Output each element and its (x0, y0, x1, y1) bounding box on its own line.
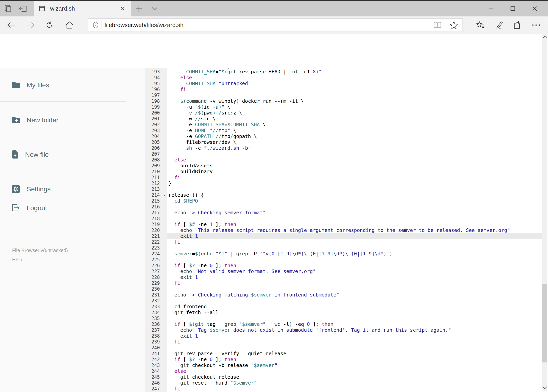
forward-button[interactable] (22, 16, 40, 34)
site-info-icon[interactable] (92, 21, 100, 29)
code-line[interactable]: git fetch --all (167, 310, 542, 315)
browser-tab[interactable]: wizard.sh (34, 1, 131, 16)
code-line[interactable]: git reset --hard "$semver" (167, 380, 542, 386)
tab-bar: wizard.sh (0, 0, 548, 16)
code-line[interactable]: fi (167, 386, 542, 392)
code-line[interactable]: if [ $? -ne 0 ]; then (167, 263, 542, 268)
refresh-button[interactable] (41, 16, 58, 34)
code-line[interactable]: git rev-parse --verify --quiet release (167, 351, 542, 357)
code-line[interactable] (167, 315, 542, 321)
code-line[interactable] (167, 216, 542, 222)
code-line[interactable]: -e HOME="//tmp" \ (167, 128, 542, 133)
code-line[interactable]: cd $REPO (167, 198, 542, 204)
code-line[interactable]: } (167, 181, 542, 186)
gutter-line-number: 194 (145, 75, 167, 81)
code-line[interactable]: fi (167, 339, 542, 345)
code-line[interactable]: filebrowser/dev \ (167, 139, 542, 145)
minimize-button[interactable] (480, 1, 502, 16)
code-line[interactable]: else (167, 75, 542, 81)
page-scrollbar[interactable] (542, 34, 547, 391)
code-line[interactable]: else (167, 157, 542, 163)
code-line[interactable] (167, 186, 542, 192)
gutter-line-number: 217 (145, 210, 167, 216)
code-line[interactable]: fi (167, 239, 542, 245)
url-field[interactable]: filebrowser.web/files/wizard.sh (88, 18, 463, 32)
code-line[interactable]: COMMIT_SHA="$(git rev-parse HEAD | cut -… (167, 69, 542, 75)
code-line[interactable] (167, 204, 542, 210)
code-line[interactable]: COMMIT_SHA="untracked" (167, 81, 542, 86)
code-line[interactable]: $(command -v winpty) docker run --rm -it… (167, 98, 542, 104)
more-dots-icon[interactable] (527, 16, 545, 34)
back-button[interactable] (2, 16, 20, 34)
code-line[interactable]: fi (167, 86, 542, 92)
code-line[interactable]: -e GOPATH=//tmp/gopath \ (167, 133, 542, 139)
tab-close-icon[interactable] (118, 4, 127, 13)
code-line[interactable]: git checkout -b release "$semver" (167, 363, 542, 368)
code-line[interactable] (167, 92, 542, 98)
scrollbar-thumb[interactable] (542, 284, 547, 363)
tab-list-chevron-icon[interactable] (149, 4, 160, 13)
code-line[interactable]: semver=$(echo "$1" | grep -P '^v(0|[1-9]… (167, 251, 542, 257)
page-icon (39, 5, 45, 12)
code-line[interactable]: echo "This release script requires a sin… (167, 227, 542, 233)
close-window-button[interactable] (524, 1, 546, 16)
new-tab-button[interactable] (133, 4, 144, 13)
sidebar-item-my-files[interactable]: My files (12, 78, 49, 92)
code-line[interactable]: echo "> Checking semver format" (167, 210, 542, 216)
gutter-line-number: 242 (145, 357, 167, 363)
gutter-line-number: 197 (145, 92, 167, 98)
code-line[interactable]: cd frontend (167, 304, 542, 310)
code-line[interactable] (167, 286, 542, 292)
hub-icon[interactable] (472, 16, 490, 34)
new-file-icon (12, 150, 19, 159)
help-link[interactable]: Help (12, 257, 22, 262)
code-line[interactable]: -v /$(pwd):/src:z \ (167, 110, 542, 116)
code-line[interactable]: echo "Tag $semver does not exist in subm… (167, 327, 542, 333)
set-tabs-aside-icon[interactable] (19, 5, 28, 13)
tab-title: wizard.sh (50, 5, 118, 12)
annotate-pen-icon[interactable] (490, 16, 508, 34)
code-line[interactable]: fi (167, 280, 542, 286)
code-line[interactable] (167, 245, 542, 251)
code-line[interactable] (167, 345, 542, 351)
text-cursor (198, 234, 198, 238)
code-line[interactable]: exit 1 (167, 274, 542, 280)
code-line[interactable]: if [ $(git tag | grep "$semver" | wc -l)… (167, 321, 542, 327)
code-line[interactable]: else (167, 368, 542, 374)
sidebar-item-new-file[interactable]: New file (12, 147, 49, 161)
code-line[interactable]: if [ $? -ne 0 ]; then (167, 357, 542, 363)
sidebar-item-new-folder[interactable]: New folder (12, 113, 58, 127)
code-line[interactable]: git checkout release (167, 374, 542, 380)
code-line[interactable]: sh -c "./wizard.sh -b" (167, 145, 542, 151)
code-line[interactable]: -e COMMIT_SHA=$COMMIT_SHA \ (167, 122, 542, 128)
code-line[interactable] (167, 298, 542, 304)
scroll-up-icon[interactable] (542, 36, 547, 40)
sidebar-item-logout[interactable]: Logout (12, 201, 47, 215)
code-line[interactable]: buildAssets (167, 163, 542, 169)
reading-view-icon[interactable] (433, 21, 442, 29)
maximize-button[interactable] (502, 1, 524, 16)
tab-preview-icon[interactable] (4, 5, 12, 13)
home-button[interactable] (61, 16, 78, 34)
code-line[interactable]: release () { (167, 192, 542, 198)
favorite-star-icon[interactable] (450, 21, 458, 29)
scroll-down-icon[interactable] (542, 384, 547, 389)
gutter-line-number: 198 (145, 98, 167, 104)
share-icon[interactable] (509, 16, 526, 34)
code-line[interactable] (167, 257, 542, 263)
code-line[interactable]: if [ $# -ne 1 ]; then (167, 222, 542, 227)
code-line[interactable]: echo "> Checking matching $semver in fro… (167, 292, 542, 298)
code-line[interactable]: echo "Not valid semver format. See semve… (167, 268, 542, 274)
code-line-active[interactable]: exit 1 (167, 233, 542, 239)
gutter-line-number: 207 (145, 151, 167, 157)
code-line[interactable]: -w //src \ (167, 116, 542, 122)
code-area[interactable]: if [ -d "$REPO/.git" ]; then COMMIT_SHA=… (167, 68, 542, 392)
fold-arrow-icon[interactable]: ▼ (164, 192, 165, 198)
code-line[interactable]: fi (167, 175, 542, 181)
sidebar-item-settings[interactable]: Settings (12, 182, 51, 196)
code-line[interactable]: buildBinary (167, 169, 542, 175)
code-line[interactable] (167, 151, 542, 157)
gutter-line-number: 244 (145, 368, 167, 374)
code-line[interactable]: exit 1 (167, 333, 542, 339)
code-line[interactable]: -u "$(id -u)" \ (167, 104, 542, 110)
